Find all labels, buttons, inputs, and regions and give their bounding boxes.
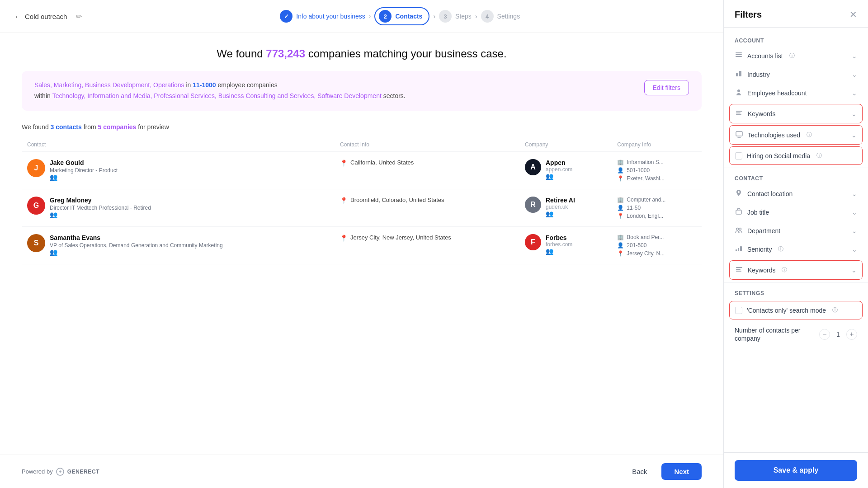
company-info-industry-icon: 🏢 — [617, 159, 624, 165]
contacts-only-checkbox[interactable] — [735, 307, 742, 314]
filter-accounts-list[interactable]: Accounts list ⓘ ⌄ — [724, 47, 868, 65]
step-1-label: Info about your business — [296, 13, 365, 20]
svg-rect-3 — [736, 56, 742, 57]
next-button[interactable]: Next — [661, 463, 702, 480]
filter-job-title[interactable]: Job title ⌄ — [724, 203, 868, 221]
contacts-per-company-row: Number of contacts per company − 1 + — [724, 321, 868, 347]
step-1-circle: ✓ — [280, 10, 292, 23]
company-info-cell: 🏢 Computer and... 👤 11-50 📍 London, Engl… — [617, 197, 696, 219]
svg-rect-2 — [736, 54, 742, 55]
back-arrow-icon: ← — [14, 13, 21, 20]
company-name: Appen — [546, 159, 572, 166]
edit-filters-button[interactable]: Edit filters — [644, 80, 689, 95]
filter-keywords-account[interactable]: Keywords ⌄ — [729, 104, 863, 123]
step-arrow-1: › — [369, 13, 371, 20]
back-nav-button[interactable]: ← Cold outreach — [14, 13, 67, 20]
company-info-industry-icon: 🏢 — [617, 234, 624, 240]
contacts-only-info: ⓘ — [832, 306, 838, 314]
employee-headcount-label: Employee headcount — [747, 89, 807, 97]
filter-department[interactable]: Department ⌄ — [724, 221, 868, 240]
edit-title-icon[interactable]: ✏ — [76, 12, 82, 21]
company-logo: F — [525, 234, 541, 250]
job-title-label: Job title — [747, 209, 769, 216]
step-arrow-3: › — [475, 13, 477, 20]
filter-contact-location[interactable]: Contact location ⌄ — [724, 184, 868, 203]
contact-title: Director IT Medtech Professional - Retir… — [50, 205, 151, 211]
people-icon[interactable]: 👥 — [50, 249, 57, 256]
contact-location-label: Contact location — [747, 190, 793, 197]
back-button[interactable]: Back — [623, 463, 656, 480]
hiring-social-checkbox[interactable] — [735, 152, 742, 160]
contact-info-cell: 📍 California, United States — [340, 159, 514, 167]
company-cell: A Appen appen.com 👥 — [525, 159, 606, 180]
col-contact: Contact — [22, 138, 335, 152]
company-location: Exeter, Washi... — [627, 175, 665, 182]
stepper-decrement[interactable]: − — [819, 329, 830, 340]
step-4[interactable]: 4 Settings — [481, 10, 520, 23]
company-cell: R Retiree AI guden.uk 👥 — [525, 197, 606, 217]
contact-name: Greg Maloney — [50, 197, 151, 204]
company-people-icon[interactable]: 👥 — [546, 248, 553, 255]
keywords-account-label: Keywords — [748, 110, 775, 117]
filter-hiring-social-media[interactable]: Hiring on Social media ⓘ — [729, 146, 863, 165]
people-icon[interactable]: 👥 — [50, 211, 57, 218]
filter-technologies-used[interactable]: Technologies used ⓘ ⌄ — [729, 125, 863, 145]
step-2-label: Contacts — [395, 13, 422, 20]
filter-sectors: Technology, Information and Media, Profe… — [52, 92, 382, 99]
contact-info-cell: 📍 Jersey City, New Jersey, United States — [340, 234, 514, 242]
powered-by-text: Powered by — [22, 468, 53, 475]
svg-point-11 — [736, 228, 739, 230]
filter-contacts-only[interactable]: 'Contacts only' search mode ⓘ — [729, 301, 863, 319]
location-icon: 📍 — [340, 197, 348, 204]
filter-industry[interactable]: Industry ⌄ — [724, 65, 868, 84]
app-title: Cold outreach — [25, 13, 67, 20]
hiring-social-info: ⓘ — [816, 152, 822, 160]
company-info-cell: 🏢 Book and Per... 👤 201-500 📍 Jersey Cit… — [617, 234, 696, 257]
preview-companies: 5 companies — [98, 123, 137, 131]
stepper-increment[interactable]: + — [846, 329, 857, 340]
company-url: appen.com — [546, 166, 572, 173]
seniority-arrow: ⌄ — [852, 246, 857, 253]
filter-seniority[interactable]: Seniority ⓘ ⌄ — [724, 240, 868, 258]
filter-employee-range: 11-1000 — [193, 81, 216, 89]
company-location-icon: 📍 — [617, 250, 624, 257]
footer: Powered by GENERECT Back Next — [0, 455, 723, 488]
contact-location: Broomfield, Colorado, United States — [350, 197, 444, 203]
step-3[interactable]: 3 Steps — [439, 10, 472, 23]
table-row: S Samantha Evans VP of Sales Operations,… — [22, 226, 702, 264]
contact-section-label: Contact — [724, 171, 868, 184]
step-2[interactable]: 2 Contacts — [374, 7, 429, 25]
powered-by: Powered by GENERECT — [22, 467, 99, 476]
headline-prefix: We found — [217, 47, 266, 60]
save-apply-button[interactable]: Save & apply — [735, 460, 857, 481]
technologies-used-label: Technologies used — [748, 131, 800, 139]
col-company-info: Company Info — [612, 138, 702, 152]
company-info-cell: 🏢 Information S... 👤 501-1000 📍 Exeter, … — [617, 159, 696, 182]
svg-rect-15 — [740, 246, 742, 251]
company-people-icon[interactable]: 👥 — [546, 173, 553, 180]
people-icon[interactable]: 👥 — [50, 174, 57, 181]
contact-name: Jake Gould — [50, 159, 118, 166]
avatar: G — [27, 197, 45, 215]
filter-employee-suffix: employee companies — [217, 81, 277, 89]
filter-employee-headcount[interactable]: Employee headcount ⌄ — [724, 84, 868, 102]
contact-location: California, United States — [350, 159, 414, 166]
seniority-label: Seniority — [747, 246, 772, 253]
step-2-circle: 2 — [379, 10, 392, 23]
table-row: G Greg Maloney Director IT Medtech Profe… — [22, 189, 702, 226]
keywords-account-icon — [735, 109, 743, 118]
company-location-icon: 📍 — [617, 213, 624, 219]
keywords-account-arrow: ⌄ — [851, 110, 857, 117]
job-title-icon — [735, 208, 743, 216]
filter-keywords-contact[interactable]: Keywords ⓘ ⌄ — [729, 260, 863, 280]
filters-panel: Filters ✕ Account Accounts list ⓘ ⌄ Indu… — [723, 0, 868, 488]
company-people-icon[interactable]: 👥 — [546, 210, 553, 217]
filter-summary-text: Sales, Marketing, Business Development, … — [34, 80, 406, 102]
svg-rect-6 — [736, 111, 742, 112]
filter-sectors-suffix: sectors. — [383, 92, 406, 99]
keywords-contact-icon — [735, 266, 743, 274]
step-1[interactable]: ✓ Info about your business — [280, 10, 365, 23]
contact-name: Samantha Evans — [50, 234, 223, 241]
close-filters-button[interactable]: ✕ — [849, 9, 857, 20]
contacts-per-company-stepper: − 1 + — [819, 329, 857, 340]
